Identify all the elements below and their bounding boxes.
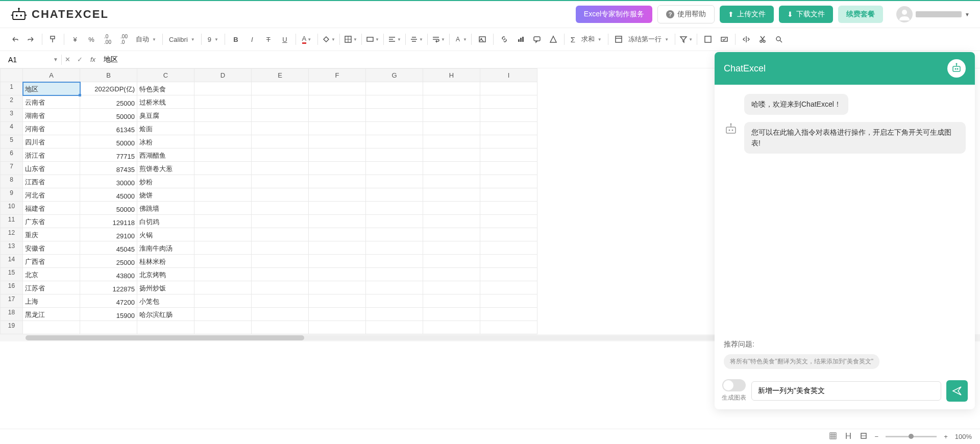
- cell[interactable]: [194, 268, 252, 281]
- cell[interactable]: [480, 95, 537, 109]
- row-header[interactable]: 8: [1, 175, 23, 188]
- cell[interactable]: 25000: [80, 255, 137, 268]
- cell[interactable]: [252, 241, 309, 255]
- insert-chart-button[interactable]: [513, 31, 528, 47]
- cell[interactable]: [366, 255, 423, 268]
- cell[interactable]: [366, 281, 423, 294]
- cell[interactable]: 50000: [80, 109, 137, 122]
- cell[interactable]: 炒粉: [137, 175, 194, 188]
- cell[interactable]: [423, 175, 480, 188]
- cell[interactable]: [366, 109, 423, 122]
- cell[interactable]: 安徽省: [23, 241, 80, 255]
- cell[interactable]: [252, 149, 309, 162]
- cell[interactable]: [194, 95, 252, 109]
- cell[interactable]: [423, 321, 480, 334]
- cell[interactable]: [309, 95, 366, 109]
- cell[interactable]: 122875: [80, 281, 137, 294]
- row-header[interactable]: 2: [1, 95, 23, 109]
- column-header[interactable]: H: [423, 69, 480, 82]
- undo-button[interactable]: [7, 31, 22, 47]
- row-header[interactable]: 12: [1, 228, 23, 241]
- wrap-text-button[interactable]: ▼: [431, 31, 446, 47]
- cell[interactable]: [366, 135, 423, 149]
- cell[interactable]: [309, 135, 366, 149]
- cell[interactable]: 重庆: [23, 228, 80, 241]
- cell[interactable]: 北京: [23, 268, 80, 281]
- cell[interactable]: [480, 122, 537, 135]
- cell[interactable]: 江西省: [23, 175, 80, 188]
- cell[interactable]: 47200: [80, 294, 137, 308]
- cell[interactable]: 50000: [80, 202, 137, 215]
- cell[interactable]: 白切鸡: [137, 215, 194, 228]
- cell[interactable]: [252, 175, 309, 188]
- cell[interactable]: [194, 308, 252, 321]
- cell[interactable]: [423, 281, 480, 294]
- cell[interactable]: [480, 255, 537, 268]
- zoom-slider[interactable]: [886, 436, 937, 437]
- upload-button[interactable]: ⬆ 上传文件: [720, 6, 774, 23]
- cell[interactable]: [252, 202, 309, 215]
- cell[interactable]: [252, 281, 309, 294]
- decrease-decimal-button[interactable]: .0.00: [100, 31, 115, 47]
- cell[interactable]: 烧饼: [137, 188, 194, 202]
- cell[interactable]: [80, 321, 137, 334]
- cell[interactable]: [194, 294, 252, 308]
- filter-button[interactable]: ▼: [678, 31, 694, 47]
- cell[interactable]: [194, 215, 252, 228]
- cell[interactable]: [366, 175, 423, 188]
- expert-service-button[interactable]: Excel专家制作服务: [576, 6, 652, 23]
- font-size-select[interactable]: 9▼: [205, 36, 222, 43]
- cell[interactable]: 佛跳墙: [137, 202, 194, 215]
- cell[interactable]: [366, 294, 423, 308]
- send-button[interactable]: [946, 380, 968, 402]
- confirm-formula-button[interactable]: ✓: [74, 54, 86, 66]
- cell[interactable]: 87435: [80, 162, 137, 175]
- cell[interactable]: [194, 188, 252, 202]
- cell[interactable]: [366, 95, 423, 109]
- cell[interactable]: [252, 255, 309, 268]
- row-header[interactable]: 3: [1, 109, 23, 122]
- cell[interactable]: [423, 228, 480, 241]
- align-left-button[interactable]: ▼: [387, 31, 402, 47]
- cell[interactable]: [309, 255, 366, 268]
- insert-comment-button[interactable]: [529, 31, 545, 47]
- row-header[interactable]: 13: [1, 241, 23, 255]
- user-area[interactable]: ▼: [888, 6, 970, 22]
- grid-view-icon[interactable]: [829, 432, 837, 441]
- cell[interactable]: 扬州炒饭: [137, 281, 194, 294]
- cell[interactable]: [309, 268, 366, 281]
- row-height-icon[interactable]: [860, 432, 868, 441]
- cell[interactable]: [366, 188, 423, 202]
- font-color-button[interactable]: A▼: [299, 31, 314, 47]
- cell[interactable]: 129118: [80, 215, 137, 228]
- cell[interactable]: [366, 82, 423, 95]
- cell[interactable]: [480, 294, 537, 308]
- column-header[interactable]: C: [137, 69, 194, 82]
- row-header[interactable]: 18: [1, 308, 23, 321]
- cell[interactable]: 广西省: [23, 255, 80, 268]
- column-header[interactable]: G: [366, 69, 423, 82]
- cell[interactable]: [423, 294, 480, 308]
- generate-chart-toggle[interactable]: [722, 379, 746, 391]
- row-header[interactable]: 10: [1, 202, 23, 215]
- cell[interactable]: [23, 321, 80, 334]
- cell[interactable]: [252, 321, 309, 334]
- cell[interactable]: [480, 308, 537, 321]
- cell[interactable]: [480, 82, 537, 95]
- cell[interactable]: [423, 308, 480, 321]
- cell[interactable]: [480, 321, 537, 334]
- row-header[interactable]: 16: [1, 281, 23, 294]
- cell[interactable]: [366, 122, 423, 135]
- cell[interactable]: 黑龙江: [23, 308, 80, 321]
- cell[interactable]: [423, 95, 480, 109]
- cell[interactable]: [423, 215, 480, 228]
- cell[interactable]: [194, 281, 252, 294]
- redo-button[interactable]: [23, 31, 39, 47]
- text-rotation-button[interactable]: A▼: [453, 31, 468, 47]
- cell[interactable]: 山东省: [23, 162, 80, 175]
- zoom-in-button[interactable]: +: [944, 433, 948, 440]
- cell[interactable]: [366, 162, 423, 175]
- cell[interactable]: 广东省: [23, 215, 80, 228]
- cell[interactable]: [366, 149, 423, 162]
- cell[interactable]: 福建省: [23, 202, 80, 215]
